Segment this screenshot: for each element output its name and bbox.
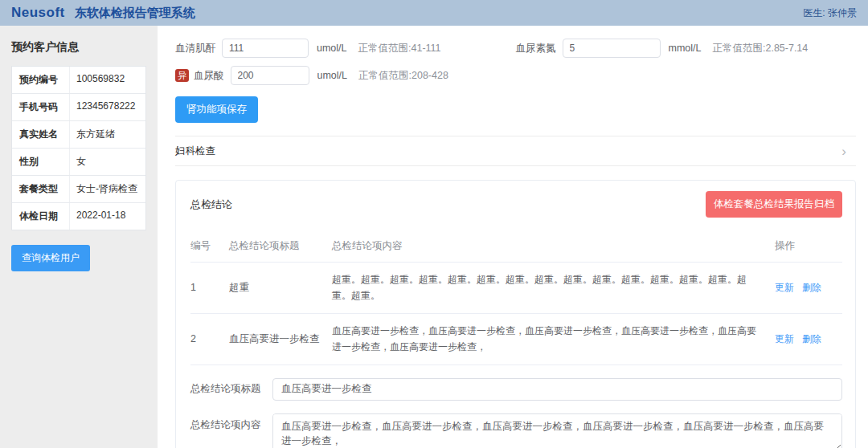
sidebar-title: 预约客户信息: [11, 40, 146, 55]
table-row: 手机号码 12345678222: [12, 94, 145, 121]
panel-title: 总检结论: [190, 198, 232, 212]
lab-item-blood-uric-acid: 异 血尿酸 umol/L 正常值范围:208-428: [175, 66, 516, 85]
field-value: 女士-肾病检查: [70, 176, 145, 202]
query-user-button[interactable]: 查询体检用户: [11, 245, 90, 271]
customer-info-table: 预约编号 100569832 手机号码 12345678222 真实姓名 东方延…: [11, 66, 146, 230]
lab-item-blood-urea-nitrogen: 血尿素氮 mmol/L 正常值范围:2.85-7.14: [516, 39, 857, 58]
page-layout: 预约客户信息 预约编号 100569832 手机号码 12345678222 真…: [0, 26, 868, 448]
conclusion-title-label: 总检结论项标题: [190, 382, 263, 396]
doctor-label: 医生: 张仲景: [803, 6, 857, 20]
row-actions: 更新 删除: [775, 324, 842, 355]
normal-range-label: 正常值范围:41-111: [358, 42, 441, 55]
field-value: 100569832: [70, 67, 145, 93]
unit-label: umol/L: [317, 70, 348, 81]
lab-label: 血尿酸: [194, 69, 224, 83]
conclusion-table: 编号 总检结论项标题 总检结论项内容 操作 1 超重 超重。超重。超重。超重。超…: [190, 230, 842, 365]
blood-urea-nitrogen-input[interactable]: [563, 39, 661, 58]
conclusion-content-textarea[interactable]: 血压高要进一步检查，血压高要进一步检查，血压高要进一步检查，血压高要进一步检查，…: [272, 413, 842, 448]
row-content: 超重。超重。超重。超重。超重。超重。超重。超重。超重。超重。超重。超重。超重。超…: [332, 263, 775, 313]
brand-logo: Neusoft: [11, 5, 65, 21]
table-row: 1 超重 超重。超重。超重。超重。超重。超重。超重。超重。超重。超重。超重。超重…: [190, 263, 842, 314]
col-header-actions: 操作: [775, 230, 842, 262]
table-row: 性别 女: [12, 149, 145, 176]
field-label: 手机号码: [12, 94, 70, 120]
lab-label: 血尿素氮: [516, 42, 556, 55]
app-header: Neusoft 东软体检报告管理系统 医生: 张仲景: [0, 0, 868, 26]
section-label: 妇科检查: [175, 145, 215, 158]
sidebar: 预约客户信息 预约编号 100569832 手机号码 12345678222 真…: [0, 26, 158, 448]
main-content: 血清肌酐 umol/L 正常值范围:41-111 血尿素氮 mmol/L 正常值…: [158, 26, 868, 448]
row-no: 1: [190, 273, 229, 302]
row-title: 血压高要进一步检查: [229, 324, 332, 355]
kidney-function-form: 血清肌酐 umol/L 正常值范围:41-111 血尿素氮 mmol/L 正常值…: [175, 39, 856, 85]
lab-label: 血清肌酐: [175, 42, 215, 55]
field-value: 东方延绪: [70, 121, 145, 148]
field-value: 12345678222: [70, 94, 145, 120]
abnormal-badge: 异: [175, 69, 189, 82]
conclusion-content-label: 总检结论项内容: [190, 413, 263, 432]
row-content: 血压高要进一步检查，血压高要进一步检查，血压高要进一步检查，血压高要进一步检查，…: [332, 314, 775, 365]
update-link[interactable]: 更新: [775, 281, 794, 295]
chevron-right-icon: ›: [841, 145, 846, 158]
field-label: 套餐类型: [12, 176, 70, 202]
col-header-content: 总检结论项内容: [332, 230, 775, 262]
blood-uric-acid-input[interactable]: [231, 66, 309, 85]
field-label: 真实姓名: [12, 121, 70, 148]
col-header-title: 总检结论项标题: [229, 230, 332, 262]
table-row: 2 血压高要进一步检查 血压高要进一步检查，血压高要进一步检查，血压高要进一步检…: [190, 314, 842, 365]
table-row: 预约编号 100569832: [12, 67, 145, 94]
unit-label: mmol/L: [669, 43, 702, 54]
field-label: 预约编号: [12, 67, 70, 93]
delete-link[interactable]: 删除: [802, 332, 821, 346]
field-value: 2022-01-18: [70, 203, 145, 230]
delete-link[interactable]: 删除: [802, 281, 821, 295]
app-title: 东软体检报告管理系统: [75, 6, 195, 21]
normal-range-label: 正常值范围:2.85-7.14: [712, 42, 808, 55]
normal-range-label: 正常值范围:208-428: [358, 69, 448, 83]
field-label: 性别: [12, 149, 70, 175]
col-header-no: 编号: [190, 230, 229, 262]
lab-item-serum-creatinine: 血清肌酐 umol/L 正常值范围:41-111: [175, 39, 516, 58]
archive-report-button[interactable]: 体检套餐总检结果报告归档: [706, 191, 842, 218]
unit-label: umol/L: [317, 43, 347, 54]
table-row: 真实姓名 东方延绪: [12, 121, 145, 149]
row-title: 超重: [229, 272, 332, 303]
table-row: 体检日期 2022-01-18: [12, 203, 145, 230]
field-label: 体检日期: [12, 203, 70, 230]
table-header-row: 编号 总检结论项标题 总检结论项内容 操作: [190, 230, 842, 263]
gynecology-section-toggle[interactable]: 妇科检查 ›: [175, 136, 856, 166]
kidney-function-save-button[interactable]: 肾功能项保存: [175, 96, 258, 123]
update-link[interactable]: 更新: [775, 332, 794, 346]
conclusion-title-row: 总检结论项标题: [190, 378, 842, 401]
row-actions: 更新 删除: [775, 272, 842, 303]
conclusion-content-row: 总检结论项内容 血压高要进一步检查，血压高要进一步检查，血压高要进一步检查，血压…: [190, 413, 842, 448]
conclusion-panel: 总检结论 体检套餐总检结果报告归档 编号 总检结论项标题 总检结论项内容 操作 …: [175, 180, 856, 448]
serum-creatinine-input[interactable]: [222, 39, 309, 58]
table-row: 套餐类型 女士-肾病检查: [12, 176, 145, 203]
conclusion-panel-header: 总检结论 体检套餐总检结果报告归档: [190, 191, 842, 218]
conclusion-title-input[interactable]: [272, 378, 842, 401]
field-value: 女: [70, 149, 145, 175]
row-no: 2: [190, 324, 229, 353]
